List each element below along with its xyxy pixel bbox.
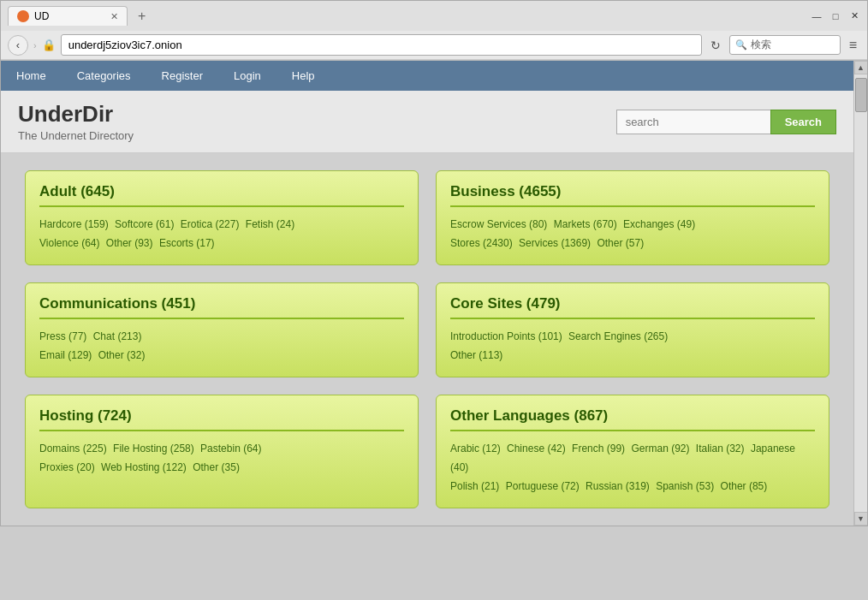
back-button[interactable]: ‹: [8, 35, 28, 56]
category-card-hosting: Hosting (724)Domains (225) File Hosting …: [25, 395, 419, 508]
category-subcategories: Introduction Points (101) Search Engines…: [450, 328, 815, 365]
forward-icon: ›: [33, 40, 37, 50]
scroll-down-button[interactable]: ▼: [854, 512, 868, 526]
scroll-thumb[interactable]: [855, 78, 867, 112]
category-subcategories: Arabic (12) Chinese (42) French (99) Ger…: [450, 440, 815, 496]
subcategory-link[interactable]: Russian (319): [586, 480, 650, 492]
search-button[interactable]: Search: [770, 110, 836, 134]
subcategory-link[interactable]: Escrow Services (80): [450, 218, 547, 230]
nav-help[interactable]: Help: [276, 61, 330, 91]
subcategory-link[interactable]: Markets (670): [554, 218, 617, 230]
category-title: Adult (645): [39, 183, 404, 207]
subcategory-link[interactable]: Chinese (42): [507, 443, 566, 454]
category-card-other-languages: Other Languages (867)Arabic (12) Chinese…: [436, 395, 829, 508]
address-bar: ‹ › 🔒 ↻ 🔍 検索 ≡: [1, 31, 867, 60]
search-input[interactable]: [616, 110, 770, 134]
tab-title: UD: [34, 10, 49, 22]
subcategory-link[interactable]: Domains (225): [39, 443, 107, 454]
subcategory-link[interactable]: Softcore (61): [115, 218, 174, 230]
category-title: Hosting (724): [39, 407, 404, 431]
subcategory-link[interactable]: French (99): [572, 443, 625, 454]
site-nav: Home Categories Register Login Help: [1, 61, 853, 91]
category-card-adult: Adult (645)Hardcore (159) Softcore (61) …: [25, 170, 419, 265]
browser-search-placeholder: 検索: [751, 38, 771, 52]
subcategory-link[interactable]: Hardcore (159): [39, 218, 109, 230]
category-title-link[interactable]: Core Sites (479): [450, 295, 561, 312]
subcategory-link[interactable]: Press (77): [39, 330, 86, 342]
subcategory-link[interactable]: German (92): [631, 443, 689, 454]
browser-chrome: UD ✕ + — □ ✕ ‹ › 🔒 ↻ 🔍 検索 ≡: [1, 1, 867, 61]
subcategory-link[interactable]: Proxies (20): [39, 461, 95, 473]
subcategory-link[interactable]: Other (85): [721, 480, 768, 492]
subcategory-link[interactable]: Violence (64): [39, 237, 100, 249]
search-area: Search: [616, 110, 836, 134]
nav-categories[interactable]: Categories: [62, 61, 146, 91]
window-controls: — □ ✕: [811, 10, 860, 22]
subcategory-link[interactable]: Other (32): [98, 349, 146, 361]
new-tab-button[interactable]: +: [133, 7, 151, 26]
nav-register[interactable]: Register: [146, 61, 218, 91]
subcategory-link[interactable]: Portuguese (72): [506, 480, 580, 492]
browser-menu-button[interactable]: ≡: [846, 36, 860, 55]
category-subcategories: Press (77) Chat (213)Email (129) Other (…: [39, 328, 404, 365]
category-title: Business (4655): [450, 183, 815, 207]
scrollbar[interactable]: ▲ ▼: [853, 61, 867, 526]
scroll-up-button[interactable]: ▲: [854, 61, 868, 74]
subcategory-link[interactable]: Chat (213): [93, 330, 142, 342]
title-bar: UD ✕ + — □ ✕: [1, 1, 867, 31]
close-button[interactable]: ✕: [848, 10, 860, 22]
address-input[interactable]: [61, 34, 702, 56]
subcategory-link[interactable]: Other (93): [106, 237, 153, 249]
subcategory-link[interactable]: Search Engines (265): [568, 330, 668, 342]
subcategory-link[interactable]: Escorts (17): [159, 237, 215, 249]
minimize-button[interactable]: —: [811, 10, 823, 22]
subcategory-link[interactable]: Stores (2430): [450, 237, 513, 249]
subcategory-link[interactable]: Polish (21): [450, 480, 499, 492]
subcategory-link[interactable]: Services (1369): [519, 237, 591, 249]
browser-search-bar[interactable]: 🔍 検索: [729, 35, 841, 55]
subcategory-link[interactable]: Other (113): [450, 349, 502, 361]
subcategory-link[interactable]: Other (57): [597, 237, 644, 249]
category-title-link[interactable]: Hosting (724): [39, 407, 132, 424]
subcategory-link[interactable]: Erotica (227): [181, 218, 240, 230]
nav-home[interactable]: Home: [1, 61, 62, 91]
subcategory-link[interactable]: Other (35): [193, 461, 240, 473]
site-content: Adult (645)Hardcore (159) Softcore (61) …: [1, 153, 853, 526]
category-title: Other Languages (867): [450, 407, 815, 431]
category-subcategories: Domains (225) File Hosting (258) Pastebi…: [39, 440, 404, 477]
browser-tab[interactable]: UD ✕: [8, 6, 128, 26]
site-branding: UnderDir The Undernet Directory: [18, 101, 134, 142]
nav-login[interactable]: Login: [218, 61, 276, 91]
tab-favicon-icon: [17, 10, 29, 22]
subcategory-link[interactable]: Exchanges (49): [623, 218, 695, 230]
site-header: UnderDir The Undernet Directory Search: [1, 91, 853, 153]
category-subcategories: Escrow Services (80) Markets (670) Excha…: [450, 216, 815, 252]
site-title: UnderDir: [18, 101, 134, 128]
category-title-link[interactable]: Other Languages (867): [450, 407, 608, 424]
lock-icon: 🔒: [42, 39, 56, 51]
category-subcategories: Hardcore (159) Softcore (61) Erotica (22…: [39, 216, 404, 252]
category-card-core-sites: Core Sites (479)Introduction Points (101…: [436, 282, 829, 377]
subcategory-link[interactable]: Introduction Points (101): [450, 330, 562, 342]
subcategory-link[interactable]: Arabic (12): [450, 443, 501, 454]
browser-window: UD ✕ + — □ ✕ ‹ › 🔒 ↻ 🔍 検索 ≡: [0, 0, 868, 526]
subcategory-link[interactable]: Email (129): [39, 349, 92, 361]
subcategory-link[interactable]: Italian (32): [696, 443, 745, 454]
subcategory-link[interactable]: File Hosting (258): [113, 443, 194, 454]
category-title-link[interactable]: Communications (451): [39, 295, 195, 312]
category-card-business: Business (4655)Escrow Services (80) Mark…: [436, 170, 829, 265]
maximize-button[interactable]: □: [829, 10, 841, 22]
category-card-communications: Communications (451)Press (77) Chat (213…: [25, 282, 419, 377]
reload-button[interactable]: ↻: [707, 37, 724, 54]
category-title-link[interactable]: Adult (645): [39, 183, 115, 199]
category-title-link[interactable]: Business (4655): [450, 183, 561, 199]
page-area: Home Categories Register Login Help Unde…: [1, 61, 867, 526]
site-subtitle: The Undernet Directory: [18, 129, 134, 142]
tab-close-button[interactable]: ✕: [110, 11, 118, 22]
subcategory-link[interactable]: Fetish (24): [246, 218, 294, 230]
category-title: Core Sites (479): [450, 295, 815, 319]
subcategory-link[interactable]: Pastebin (64): [200, 443, 261, 454]
page-body: Home Categories Register Login Help Unde…: [1, 61, 853, 526]
subcategory-link[interactable]: Spanish (53): [656, 480, 714, 492]
subcategory-link[interactable]: Web Hosting (122): [101, 461, 187, 473]
